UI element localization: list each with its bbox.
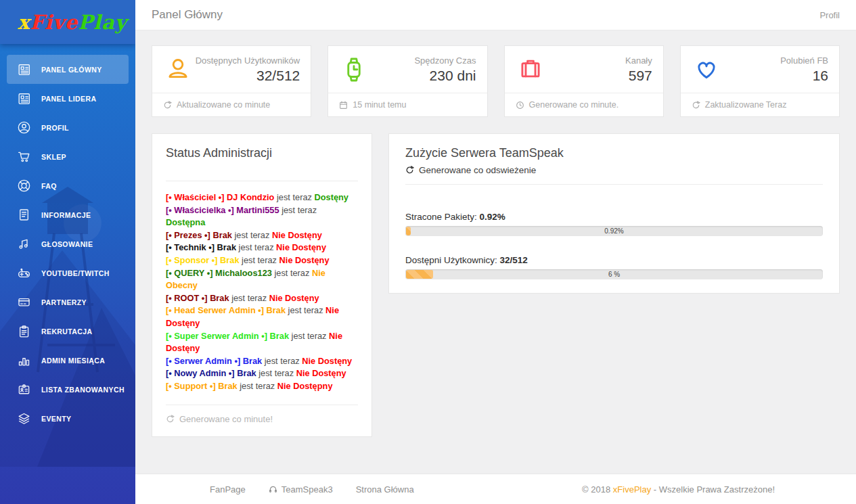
divider [405,184,823,185]
lifering-icon [16,178,32,193]
sidebar-item[interactable]: YOUTUBE/TWITCH [7,258,129,288]
user-circle-icon [16,120,32,135]
admin-status-row: [• Sponsor •] Brak jest teraz Nie Dostęn… [166,254,358,267]
progress-label: Dostępni Użytkownicy: [405,255,497,265]
admin-status-row: [• Super Serwer Admin •] Brak jest teraz… [166,330,358,355]
role-tag: [• Nowy Admin •] [166,368,235,378]
progress-value: 0.92% [480,212,505,222]
sidebar-item-label: GŁOSOWANIE [41,240,93,248]
footer-link[interactable]: Strona Główna [356,484,414,495]
sidebar-item[interactable]: FAQ [7,171,129,200]
sidebar-item[interactable]: REKRUTACJA [7,317,129,346]
user-name: Brak [210,293,229,303]
page-footer: FanPage TeamSpeak3 Strona Główna © 2018 … [135,474,856,504]
user-name: Michaloos123 [215,268,272,278]
sidebar-item[interactable]: SKLEP [7,142,129,171]
user-name: Brak [237,368,256,378]
sidebar-item-label: FAQ [41,182,57,190]
copyright-brand: xFivePlay [613,484,651,495]
user-name: Brak [243,356,262,366]
stat-cards-row: Dostępnych Użytkowników 32/512 Aktualizo… [152,45,840,117]
refresh-icon [405,166,414,175]
newspaper-icon [16,62,32,77]
status-middle-text: jest teraz [240,381,275,391]
sidebar-item[interactable]: EVENTY [7,404,129,433]
progress-block: Stracone Pakiety: 0.92% 0.92% [405,212,823,236]
calendar-icon [339,101,348,110]
sidebar-item[interactable]: ADMIN MIESIĄCA [7,346,129,375]
role-tag: [• Serwer Admin •] [166,356,240,366]
layers-icon [16,411,32,426]
progress-percent-label: 6 % [405,269,823,279]
stat-value: 16 [721,68,828,84]
role-tag: [• Technik •] [166,242,215,252]
sidebar-item-label: INFORMACJE [41,211,91,219]
admin-status-row: [• Support •] Brak jest teraz Nie Dostęp… [166,380,358,393]
admin-status-row: [• Head Serwer Admin •] Brak jest teraz … [166,304,358,329]
status-middle-text: jest teraz [274,268,309,278]
user-name: Brak [212,230,231,240]
barchart-icon [16,352,32,368]
stat-footer-text: Generowane co minute. [529,100,619,110]
gamepad-icon [16,265,32,281]
status-middle-text: jest teraz [292,331,327,341]
admin-status-row: [• Właścicielka •] Martini555 jest teraz… [166,204,358,229]
status-value: Dostępna [166,217,205,227]
profile-link[interactable]: Profil [819,10,840,20]
sidebar-item[interactable]: PARTNERZY [7,288,129,317]
sidebar-item-label: REKRUTACJA [41,327,93,336]
sidebar-item[interactable]: GŁOSOWANIE [7,229,129,258]
progress-bars: Stracone Pakiety: 0.92% 0.92% Dostępni [405,212,823,279]
sidebar-item[interactable]: INFORMACJE [7,200,129,229]
stat-card: Kanały 597 Generowane co minute. [504,45,664,117]
page-title: Panel Główny [152,8,223,22]
sidebar-item-label: YOUTUBE/TWITCH [41,269,110,277]
newspaper-icon [16,91,32,106]
status-value: Nie Dostęny [296,368,346,378]
role-tag: [• Super Serwer Admin •] [166,331,267,341]
idcard-icon [16,382,32,397]
admin-status-row: [• Prezes •] Brak jest teraz Nie Dostęny [166,229,358,242]
status-value: Dostęny [314,192,348,202]
role-tag: [• Head Serwer Admin •] [166,305,264,315]
admin-status-row: [• ROOT •] Brak jest teraz Nie Dostęny [166,292,358,305]
sidebar-item-label: PANEL GŁÓWNY [41,66,102,74]
sidebar-item[interactable]: PANEL GŁÓWNY [7,55,129,84]
footer-link[interactable]: FanPage [210,484,246,495]
sidebar-item[interactable]: PROFIL [7,113,129,142]
status-value: Nie Dostęny [269,293,319,303]
doc-icon [16,207,32,223]
cart-icon [16,149,32,164]
sidebar: xFivePlay PANEL GŁÓWNY PANEL LIDERA PROF… [0,0,135,504]
admin-status-row: [• Nowy Admin •] Brak jest teraz Nie Dos… [166,367,358,380]
teamspeak-usage-panel: Zużycie Serwera TeamSpeak Generowane co … [388,133,840,294]
stat-card-footer: Zaktualizowane Teraz [681,93,839,116]
progress-percent-label: 0.92% [405,226,823,236]
stat-card-footer: 15 minut temu [328,93,487,116]
footer-link[interactable]: TeamSpeak3 [269,484,333,495]
clock-icon [516,101,524,110]
status-value: Nie Dostęny [276,242,326,252]
status-middle-text: jest teraz [288,305,323,315]
status-value: Nie Dostępny [277,381,333,391]
user-name: DJ Kondzio [227,192,274,202]
role-tag: [• Sponsor •] [166,255,218,265]
status-middle-text: jest teraz [265,356,300,366]
progress-value: 32/512 [500,255,528,265]
brand-logo[interactable]: xFivePlay [0,0,135,44]
user-name: Brak [267,305,286,315]
stat-value: 597 [545,68,652,84]
sidebar-item[interactable]: LISTA ZBANOWANYCH [7,375,129,404]
sidebar-item-label: ADMIN MIESIĄCA [41,357,105,365]
admin-status-row: [• Technik •] Brak jest teraz Nie Dostęn… [166,242,358,254]
progress-track: 0.92% [405,226,823,236]
sidebar-item[interactable]: PANEL LIDERA [7,84,129,113]
admin-status-row: [• QUERY •] Michaloos123 jest teraz Nie … [166,267,358,292]
stat-label: Spędzony Czas [369,55,476,67]
content: Dostępnych Użytkowników 32/512 Aktualizo… [135,30,856,474]
user-name: Martini555 [236,205,279,215]
brand-logo-text: xFivePlay [18,11,127,34]
user-name: Brak [218,381,237,391]
sidebar-item-label: PANEL LIDERA [41,95,96,103]
copyright: © 2018 xFivePlay - Wszelkie Prawa Zastrz… [582,484,775,495]
